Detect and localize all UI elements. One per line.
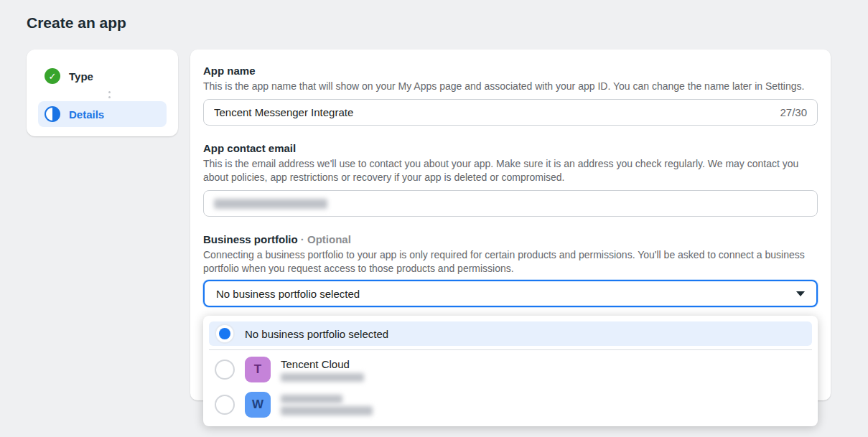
select-value: No business portfolio selected xyxy=(216,288,360,300)
contact-email-section: App contact email This is the email addr… xyxy=(203,141,818,217)
step-details-label: Details xyxy=(69,108,104,121)
page-title: Create an app xyxy=(27,14,126,32)
check-glyph: ✓ xyxy=(49,71,57,82)
business-portfolio-label: Business portfolio · Optional xyxy=(203,232,818,247)
half-filled-circle-icon xyxy=(45,106,60,122)
business-portfolio-section: Business portfolio · Optional Connecting… xyxy=(203,232,818,307)
label-separator: · xyxy=(301,233,304,245)
option-meta xyxy=(281,395,373,415)
business-portfolio-description: Connecting a business portfolio to your … xyxy=(203,248,818,276)
chevron-down-icon xyxy=(796,291,805,296)
radio-unselected-icon[interactable] xyxy=(215,360,235,380)
step-connector-dots xyxy=(38,88,167,101)
business-portfolio-label-text: Business portfolio xyxy=(203,233,298,245)
step-type[interactable]: ✓ Type xyxy=(38,64,167,88)
option-redacted-portfolio[interactable]: W xyxy=(209,389,812,420)
option-tencent-cloud[interactable]: T Tencent Cloud xyxy=(209,354,812,385)
create-app-screen: Create an app ✓ Type Details App name Th… xyxy=(0,0,868,437)
option-tencent-cloud-title: Tencent Cloud xyxy=(281,358,364,370)
app-name-description: This is the app name that will show on y… xyxy=(203,80,818,93)
contact-email-description: This is the email address we'll use to c… xyxy=(203,157,818,184)
app-name-label: App name xyxy=(203,64,818,78)
business-portfolio-menu: No business portfolio selected T Tencent… xyxy=(203,316,818,426)
step-type-label: Type xyxy=(69,70,93,83)
details-form-card: App name This is the app name that will … xyxy=(190,50,831,400)
radio-unselected-icon[interactable] xyxy=(215,395,235,415)
app-name-input[interactable] xyxy=(214,106,773,118)
radio-selected-icon[interactable] xyxy=(215,324,235,344)
check-circle-icon: ✓ xyxy=(45,68,60,84)
business-portfolio-select-wrap: No business portfolio selected No busine… xyxy=(203,280,818,307)
tencent-cloud-avatar: T xyxy=(245,357,271,382)
char-counter: 27/30 xyxy=(780,106,807,118)
option-meta: Tencent Cloud xyxy=(281,358,364,382)
option-no-portfolio[interactable]: No business portfolio selected xyxy=(209,321,812,346)
step-details[interactable]: Details xyxy=(38,101,167,127)
redacted-subtitle xyxy=(281,373,364,382)
redacted-subtitle xyxy=(281,406,373,415)
redacted-email-value xyxy=(214,199,327,209)
business-portfolio-select[interactable]: No business portfolio selected xyxy=(203,280,818,307)
contact-email-input[interactable] xyxy=(203,190,818,217)
contact-email-label: App contact email xyxy=(203,141,818,156)
stepper-card: ✓ Type Details xyxy=(27,50,178,136)
menu-divider xyxy=(209,349,812,350)
app-name-input-wrap: 27/30 xyxy=(203,99,818,126)
option-no-portfolio-label: No business portfolio selected xyxy=(245,328,388,340)
redacted-title xyxy=(281,395,342,403)
w-portfolio-avatar: W xyxy=(245,392,271,418)
app-name-section: App name This is the app name that will … xyxy=(203,64,818,126)
optional-badge: Optional xyxy=(307,233,351,245)
